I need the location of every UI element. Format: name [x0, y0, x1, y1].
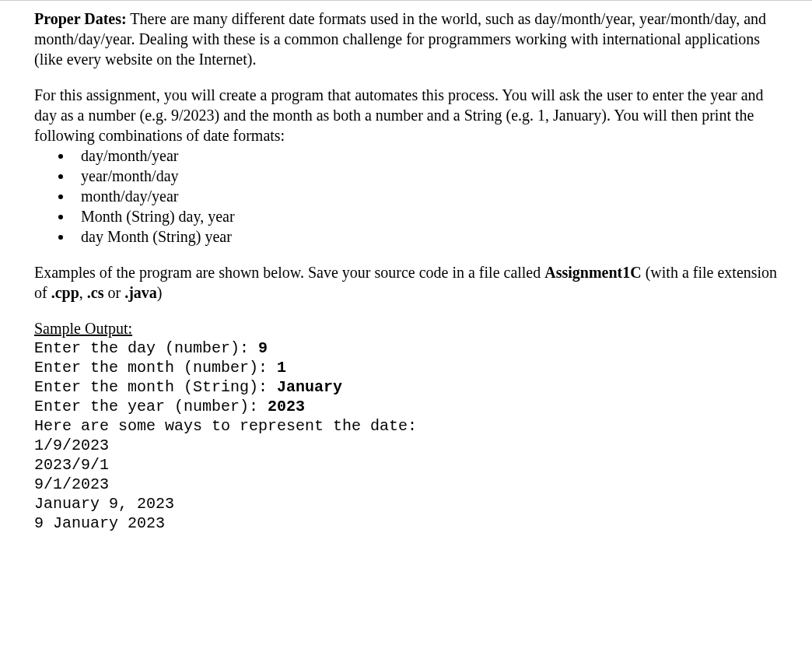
- sample-output-label: Sample Output:: [34, 320, 132, 337]
- sample-line: Enter the year (number): 2023: [34, 397, 778, 416]
- list-item: day Month (String) year: [73, 226, 778, 247]
- sample-line: 9/1/2023: [34, 475, 778, 494]
- user-input: 1: [277, 359, 286, 377]
- sample-output-block: Sample Output: Enter the day (number): 9…: [34, 318, 778, 533]
- heading-label: Proper Dates:: [34, 10, 127, 27]
- save-paragraph: Examples of the program are shown below.…: [34, 262, 778, 303]
- intro-paragraph: Proper Dates: There are many different d…: [34, 9, 778, 69]
- ext-cpp: .cpp: [51, 284, 79, 301]
- user-input: 9: [258, 339, 268, 357]
- list-item: month/day/year: [73, 186, 778, 206]
- ext-sep: ,: [79, 284, 87, 301]
- intro-text: There are many different date formats us…: [34, 10, 766, 68]
- save-text-prefix: Examples of the program are shown below.…: [34, 264, 544, 281]
- sample-line: Enter the day (number): 9: [34, 338, 778, 358]
- format-list: day/month/year year/month/day month/day/…: [34, 145, 778, 247]
- assignment-paragraph: For this assignment, you will create a p…: [34, 85, 778, 247]
- ext-sep: or: [103, 284, 124, 301]
- sample-line: Here are some ways to represent the date…: [34, 416, 778, 436]
- sample-line: Enter the month (number): 1: [34, 358, 778, 377]
- user-input: January: [277, 378, 342, 396]
- sample-line: 1/9/2023: [34, 436, 778, 455]
- save-text-suffix: ): [157, 284, 163, 301]
- assignment-text: For this assignment, you will create a p…: [34, 86, 764, 144]
- list-item: year/month/day: [73, 166, 778, 186]
- sample-line: Enter the month (String): January: [34, 377, 778, 397]
- save-filename: Assignment1C: [544, 264, 641, 281]
- user-input: 2023: [268, 398, 305, 415]
- ext-cs: .cs: [87, 284, 104, 301]
- ext-java: .java: [124, 284, 157, 301]
- list-item: day/month/year: [73, 145, 778, 166]
- sample-line: 2023/9/1: [34, 455, 778, 475]
- list-item: Month (String) day, year: [73, 206, 778, 226]
- sample-line: 9 January 2023: [34, 514, 778, 533]
- sample-line: January 9, 2023: [34, 494, 778, 514]
